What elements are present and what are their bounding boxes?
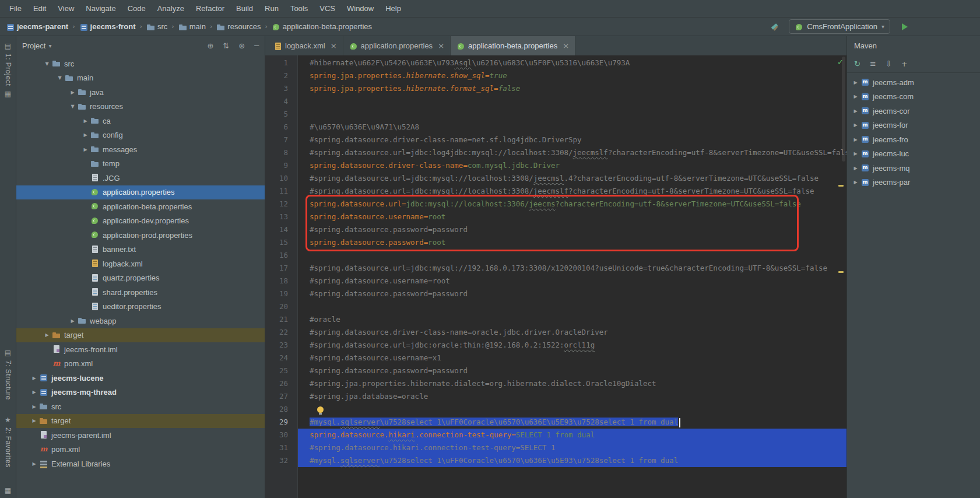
code-line-1[interactable]: #hibernate\u662F\u5426\u663E\u793Asql\u6…	[298, 57, 846, 69]
code-line-3[interactable]: spring.jpa.properties.hibernate.format_s…	[298, 82, 846, 95]
breadcrumb-item-main[interactable]: main	[178, 22, 206, 31]
windows-grid-icon[interactable]: ▦	[5, 486, 11, 495]
menu-item-view[interactable]: View	[52, 0, 80, 17]
code-line-30[interactable]: spring.datasource.hikari.connection-test…	[298, 429, 846, 441]
maven-item-jeecms-adm[interactable]: ▶jeecms-adm	[847, 75, 980, 90]
code-line-15[interactable]: spring.datasource.password=root	[298, 236, 846, 249]
tree-collapsed-arrow-icon[interactable]: ▶	[42, 332, 52, 338]
tree-item-src[interactable]: ▶src	[16, 399, 265, 414]
tab-application.properties[interactable]: application.properties×	[343, 36, 451, 55]
code-line-25[interactable]: #spring.datasource.password=password	[298, 364, 846, 377]
menu-item-file[interactable]: File	[3, 0, 27, 17]
tab-logback.xml[interactable]: logback.xml×	[268, 36, 343, 55]
tree-item-jeecms-parent.iml[interactable]: jeecms-parent.iml	[16, 428, 265, 443]
locate-file-icon[interactable]: ⊕	[207, 41, 213, 50]
generate-sources-icon[interactable]: ≡	[870, 59, 876, 68]
reimport-refresh-icon[interactable]: ↻	[854, 59, 860, 68]
breadcrumb-item-jeecms-parent[interactable]: jeecms-parent	[6, 22, 68, 31]
menu-item-code[interactable]: Code	[122, 0, 152, 17]
code-line-8[interactable]: #spring.datasource.url=jdbc:log4jdbc:mys…	[298, 146, 846, 159]
tree-item-application-prod.properties[interactable]: application-prod.properties	[16, 228, 265, 243]
intention-bulb-icon[interactable]	[317, 406, 324, 413]
tree-item-temp[interactable]: temp	[16, 157, 265, 171]
menu-item-help[interactable]: Help	[380, 0, 407, 17]
code-line-9[interactable]: spring.datasource.driver-class-name=com.…	[298, 159, 846, 172]
warning-stripe-mark[interactable]	[838, 185, 844, 187]
maven-collapsed-arrow-icon[interactable]: ▶	[851, 80, 860, 85]
tree-item-config[interactable]: ▶config	[16, 128, 265, 143]
maven-item-jeecms-mq[interactable]: ▶jeecms-mq	[847, 161, 980, 176]
menu-item-edit[interactable]: Edit	[27, 0, 52, 17]
add-maven-project-icon[interactable]: +	[901, 59, 908, 68]
tree-item-application-beta.properties[interactable]: application-beta.properties	[16, 199, 265, 214]
close-icon[interactable]: ×	[563, 41, 569, 50]
tree-item-shard.properties[interactable]: shard.properties	[16, 285, 265, 300]
tree-item-pom.xml[interactable]: pom.xml	[16, 443, 265, 457]
tree-item-.JCG[interactable]: .JCG	[16, 171, 265, 185]
tree-item-application.properties[interactable]: application.properties	[16, 185, 265, 200]
code-line-24[interactable]: #spring.datasource.username=x1	[298, 352, 846, 364]
code-line-17[interactable]: #spring.datasource.url=jdbc:mysql://192.…	[298, 262, 846, 275]
tree-item-jeecms-front.iml[interactable]: jeecms-front.iml	[16, 342, 265, 357]
maven-collapsed-arrow-icon[interactable]: ▶	[851, 137, 860, 142]
tree-item-main[interactable]: ▼main	[16, 71, 265, 86]
maven-item-jeecms-par[interactable]: ▶jeecms-par	[847, 176, 980, 190]
collapse-all-icon[interactable]: ⇅	[223, 41, 229, 50]
code-line-7[interactable]: #spring.datasource.driver-class-name=net…	[298, 134, 846, 146]
tree-item-java[interactable]: ▶java	[16, 85, 265, 100]
run-button[interactable]	[900, 22, 909, 31]
maven-collapsed-arrow-icon[interactable]: ▶	[851, 122, 860, 128]
tree-item-application-dev.properties[interactable]: application-dev.properties	[16, 214, 265, 229]
tree-item-webapp[interactable]: ▶webapp	[16, 314, 265, 328]
warning-stripe-mark[interactable]	[838, 271, 844, 273]
tab-application-beta.properties[interactable]: application-beta.properties×	[451, 36, 575, 55]
toolwindow-structure-button[interactable]: ▤ 7: Structure	[0, 349, 16, 400]
editor-code[interactable]: #hibernate\u662F\u5426\u663E\u793Asql\u6…	[298, 55, 846, 498]
tree-item-jeecms-mq-thread[interactable]: ▶jeecms-mq-thread	[16, 385, 265, 400]
maven-item-jeecms-fro[interactable]: ▶jeecms-fro	[847, 132, 980, 147]
run-config-selector[interactable]: CmsFrontApplication ▾	[789, 19, 890, 34]
maven-item-jeecms-luc[interactable]: ▶jeecms-luc	[847, 147, 980, 162]
tree-item-messages[interactable]: ▶messages	[16, 142, 265, 157]
tree-expanded-arrow-icon[interactable]: ▼	[68, 104, 78, 109]
tree-item-resources[interactable]: ▼resources	[16, 100, 265, 114]
project-panel-title[interactable]: Project	[22, 41, 45, 50]
tree-item-ca[interactable]: ▶ca	[16, 114, 265, 128]
breadcrumb-item-src[interactable]: src	[146, 22, 167, 31]
maven-item-jeecms-cor[interactable]: ▶jeecms-cor	[847, 104, 980, 118]
tree-item-logback.xml[interactable]: logback.xml	[16, 257, 265, 271]
code-line-32[interactable]: #mysql.sqlserver\u7528select 1\uFF0Corac…	[298, 454, 846, 467]
maven-collapsed-arrow-icon[interactable]: ▶	[851, 166, 860, 171]
close-icon[interactable]: ×	[331, 41, 337, 50]
code-line-26[interactable]: #spring.jpa.properties.hibernate.dialect…	[298, 377, 846, 390]
tree-collapsed-arrow-icon[interactable]: ▶	[29, 461, 39, 467]
tree-collapsed-arrow-icon[interactable]: ▶	[29, 390, 39, 395]
menu-item-navigate[interactable]: Navigate	[80, 0, 121, 17]
tree-collapsed-arrow-icon[interactable]: ▶	[68, 318, 78, 324]
tree-collapsed-arrow-icon[interactable]: ▶	[68, 90, 78, 95]
code-line-28[interactable]	[298, 403, 846, 416]
code-line-2[interactable]: spring.jpa.properties.hibernate.show_sql…	[298, 69, 846, 82]
toolwindow-favorites-button[interactable]: ★ 2: Favorites	[0, 416, 16, 468]
code-line-20[interactable]	[298, 300, 846, 313]
breadcrumb-item-resources[interactable]: resources	[216, 22, 261, 31]
tree-item-jeecms-lucene[interactable]: ▶jeecms-lucene	[16, 371, 265, 385]
breadcrumb-item-application-beta.properties[interactable]: application-beta.properties	[272, 22, 372, 31]
toolwindow-project-button[interactable]: ▤ 1: Project ▦	[0, 42, 16, 98]
maven-collapsed-arrow-icon[interactable]: ▶	[851, 108, 860, 114]
maven-collapsed-arrow-icon[interactable]: ▶	[851, 151, 860, 156]
breadcrumb-item-jeecms-front[interactable]: jeecms-front	[79, 22, 136, 31]
code-line-21[interactable]: #oracle	[298, 313, 846, 326]
menu-item-analyze[interactable]: Analyze	[152, 0, 190, 17]
code-line-19[interactable]: #spring.datasource.password=password	[298, 287, 846, 300]
code-line-14[interactable]: #spring.datasource.password=password	[298, 223, 846, 236]
download-sources-icon[interactable]: ⇩	[886, 59, 892, 68]
code-line-5[interactable]	[298, 108, 846, 121]
tree-collapsed-arrow-icon[interactable]: ▶	[80, 132, 90, 138]
tree-collapsed-arrow-icon[interactable]: ▶	[80, 118, 90, 124]
tree-expanded-arrow-icon[interactable]: ▼	[55, 75, 65, 80]
code-line-11[interactable]: #spring.datasource.url=jdbc:mysql://loca…	[298, 185, 846, 198]
close-icon[interactable]: ×	[438, 41, 444, 50]
tree-item-ueditor.properties[interactable]: ueditor.properties	[16, 300, 265, 314]
code-line-18[interactable]: #spring.datasource.username=root	[298, 275, 846, 287]
